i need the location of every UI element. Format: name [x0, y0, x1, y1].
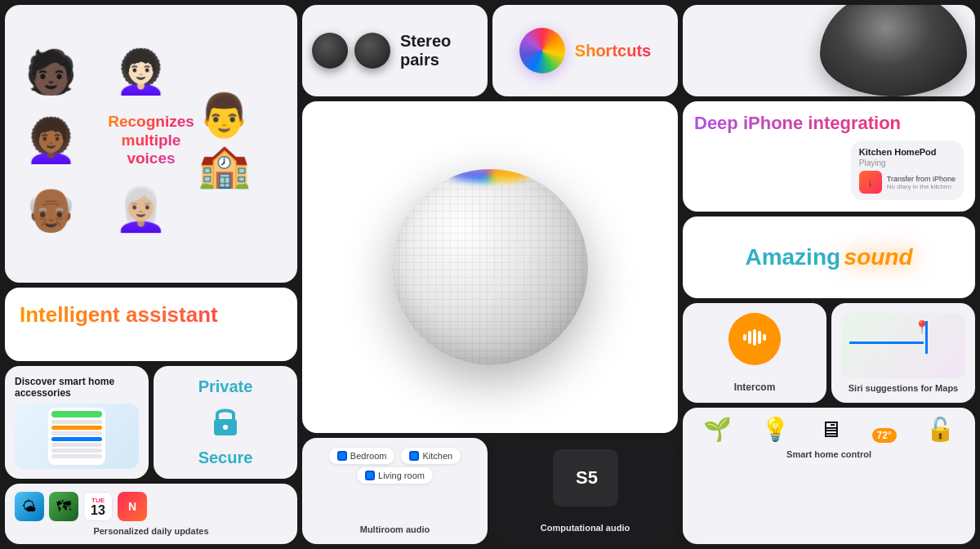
phone-inner — [48, 408, 105, 465]
smart-home-bottom-card: 🌱 💡 🖥 72° 🔓 Smart home control — [683, 408, 975, 544]
homepod-dark-image — [820, 5, 967, 96]
multiroom-label: Multiroom audio — [360, 524, 430, 534]
center-column: Stereo pairs Shortcuts Bedroom — [302, 5, 678, 544]
daily-icons: 🌤 🗺 TUE 13 N — [15, 492, 287, 521]
smart-lock-icon: 🔓 — [926, 416, 955, 443]
bedroom-label: Bedroom — [350, 451, 387, 461]
maps-pin: 📍 — [914, 319, 930, 335]
s5-text: S5 — [576, 467, 598, 489]
room-bubbles: Bedroom Kitchen Living room — [312, 448, 478, 484]
stereo-speakers — [312, 33, 390, 69]
memoji-3: 👩🏾‍🦱 — [18, 108, 83, 173]
intelligent-assistant-card: Intelligent assistant — [5, 288, 297, 361]
smart-temp-item: 72° — [872, 428, 897, 443]
tv-icon: 🖥 — [819, 416, 842, 443]
cal-day: 13 — [91, 504, 105, 517]
homepod-dark-card — [683, 5, 975, 96]
s5-chip: S5 — [553, 449, 618, 507]
memoji-5: 👴🏾 — [18, 176, 83, 242]
homepod-body — [384, 161, 596, 373]
smart-home-card: Discover smart home accessories — [5, 366, 149, 479]
transfer-label: Transfer from iPhone — [887, 175, 956, 183]
intelligent-title: Intelligent assistant — [20, 302, 283, 328]
svg-rect-5 — [758, 331, 761, 344]
s5-chip-card: S5 Computational audio — [492, 438, 678, 544]
notif-sub: Playing — [859, 158, 956, 167]
smart-lock-item: 🔓 — [926, 416, 955, 443]
secure-label: Secure — [198, 449, 253, 467]
intercom-maps-row: Intercom 📍 Siri suggestions for Maps — [683, 303, 975, 403]
multiroom-card: Bedroom Kitchen Living room Multiroom au… — [302, 438, 488, 544]
intercom-label: Intercom — [734, 382, 776, 393]
smart-icons-row: 🌱 💡 🖥 72° 🔓 — [693, 416, 965, 443]
memoji-2: 👩🏻‍🦱 — [108, 39, 173, 105]
shortcuts-label: Shortcuts — [575, 42, 651, 60]
left-column: 🧑🏿 👩🏻‍🦱 👩🏾‍🦱 Recognizes multiple voices … — [5, 5, 297, 544]
transfer-icon: ↓ — [859, 171, 882, 194]
phone-header — [51, 411, 102, 417]
room-row-bottom: Living room — [312, 467, 478, 484]
smart-tv-item: 🖥 — [819, 416, 842, 443]
homepod-sphere — [392, 169, 588, 365]
maps-visual: 📍 — [841, 313, 965, 378]
svg-rect-2 — [743, 334, 746, 341]
memoji-grid: 🧑🏿 👩🏻‍🦱 👩🏾‍🦱 Recognizes multiple voices … — [18, 39, 284, 242]
weather-icon: 🌤 — [15, 492, 44, 521]
right-column: Deep iPhone integration Kitchen HomePod … — [683, 5, 975, 544]
computational-label: Computational audio — [541, 523, 630, 533]
temp-badge: 72° — [872, 428, 897, 443]
memoji-4: 👨🏫 — [198, 108, 263, 173]
living-room-label: Living room — [378, 471, 425, 480]
kitchen-bubble: Kitchen — [401, 448, 461, 464]
kitchen-dot — [409, 451, 419, 461]
transfer-sub: No diary in the kitchen — [887, 183, 956, 190]
phone-row-5 — [51, 443, 102, 447]
svg-rect-4 — [753, 329, 756, 346]
waveform-icon — [743, 328, 766, 350]
svg-point-1 — [223, 425, 228, 430]
homepod-hero-card — [302, 101, 678, 433]
bottom-center-row: Bedroom Kitchen Living room Multiroom au… — [302, 438, 678, 544]
amazing-sound-card: Amazing sound — [683, 216, 975, 298]
calendar-icon: TUE 13 — [83, 492, 113, 521]
notification-container: Kitchen HomePod Playing ↓ Transfer from … — [694, 141, 964, 200]
recognizes-voices-card: 🧑🏿 👩🏻‍🦱 👩🏾‍🦱 Recognizes multiple voices … — [5, 5, 297, 283]
living-room-bubble: Living room — [357, 467, 433, 484]
memoji-1: 🧑🏿 — [18, 39, 83, 105]
transfer-bar: ↓ Transfer from iPhone No diary in the k… — [859, 171, 956, 194]
private-secure-card: Private Secure — [154, 366, 297, 479]
room-row-top: Bedroom Kitchen — [312, 448, 478, 464]
news-icon: N — [118, 492, 147, 521]
deep-iphone-card: Deep iPhone integration Kitchen HomePod … — [683, 101, 975, 212]
plant-icon: 🌱 — [703, 416, 732, 443]
bedroom-bubble: Bedroom — [329, 448, 395, 464]
phone-row-4 — [51, 437, 102, 441]
private-label: Private — [198, 377, 253, 396]
deep-iphone-label: Deep iPhone integration — [694, 113, 964, 134]
smart-home-label: Discover smart home accessories — [15, 376, 139, 399]
siri-maps-label: Siri suggestions for Maps — [849, 383, 958, 393]
memoji-6: 👩🏼‍🦳 — [108, 176, 173, 242]
notif-header: Kitchen HomePod — [859, 147, 956, 157]
bedroom-dot — [337, 451, 347, 461]
intercom-circle — [728, 313, 781, 365]
daily-updates-label: Personalized daily updates — [15, 526, 287, 536]
stereo-shortcuts-row: Stereo pairs Shortcuts — [302, 5, 678, 96]
sound-label: sound — [844, 244, 913, 270]
svg-rect-6 — [763, 334, 766, 341]
smart-plant-item: 🌱 — [703, 416, 732, 443]
stereo-pairs-card: Stereo pairs — [302, 5, 488, 96]
voices-title: Recognizes multiple voices — [108, 108, 194, 173]
siri-orb — [519, 28, 565, 74]
iphone-notification: Kitchen HomePod Playing ↓ Transfer from … — [851, 141, 964, 200]
svg-rect-3 — [748, 331, 751, 344]
smart-home-control-label: Smart home control — [693, 449, 965, 459]
kitchen-label: Kitchen — [422, 451, 452, 461]
phone-row-2 — [51, 426, 102, 430]
living-room-dot — [365, 471, 375, 480]
phone-row-7 — [51, 454, 102, 458]
daily-updates-card: 🌤 🗺 TUE 13 N Personalized daily updates — [5, 484, 297, 544]
smart-bulb-item: 💡 — [761, 416, 790, 443]
shortcuts-card: Shortcuts — [492, 5, 678, 96]
transfer-info: Transfer from iPhone No diary in the kit… — [887, 175, 956, 190]
